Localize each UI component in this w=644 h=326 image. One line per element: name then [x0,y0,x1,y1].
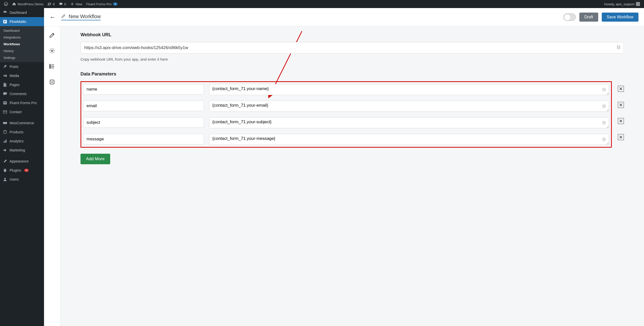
param-key-input[interactable] [83,101,204,111]
fluent-icon [3,100,8,105]
database-icon[interactable] [602,104,606,109]
svg-rect-15 [50,80,54,84]
svg-point-18 [603,88,605,89]
woo-icon [3,120,8,126]
new-link[interactable]: New [68,0,84,8]
fluent-count-badge: 1 [113,3,117,6]
svg-rect-8 [5,140,6,143]
avatar-icon [636,2,640,6]
svg-point-20 [603,121,605,122]
wp-admin-bar: WordPress Demo 6 0 New Fluent Forms Pro1… [0,0,644,8]
database-icon[interactable] [602,121,606,126]
settings-step-icon[interactable] [49,48,55,55]
home-icon [12,2,16,6]
svg-point-21 [603,138,605,139]
plus-icon [70,2,74,6]
menu-posts[interactable]: Posts [0,62,44,71]
workflow-header: ← New Workflow Draft Save Workflow [44,8,644,26]
plug-icon [3,168,8,173]
workflow-title: New Workflow [69,14,101,19]
menu-marketing[interactable]: Marketing [0,146,44,155]
param-key-input[interactable] [83,84,204,95]
submenu-workflows[interactable]: Workflows [0,41,44,48]
menu-media[interactable]: Media [0,71,44,80]
add-more-button[interactable]: Add More [80,154,110,164]
plugins-count-badge: 3 [24,169,29,172]
edit-step-icon[interactable] [49,32,55,40]
menu-fluent[interactable]: Fluent Forms Pro [0,98,44,107]
pencil-icon [61,14,66,19]
svg-rect-9 [6,140,7,143]
flowmattic-icon [3,19,8,24]
param-value-input[interactable] [209,117,609,128]
menu-appearance[interactable]: Appearance [0,157,44,166]
draft-button[interactable]: Draft [579,13,598,22]
remove-row-button[interactable] [618,118,624,124]
dashboard-icon [3,10,8,15]
menu-dashboard[interactable]: Dashboard [0,8,44,17]
new-label: New [76,2,82,6]
param-row [83,134,609,146]
svg-point-2 [4,75,5,76]
refresh-icon [47,2,51,6]
param-key-input[interactable] [83,134,204,144]
howdy-link[interactable]: Howdy, apix_support [602,0,642,8]
param-value-input[interactable] [209,101,609,112]
webhook-url-input[interactable] [80,42,624,54]
collapse-step-icon[interactable] [49,79,55,87]
svg-point-17 [617,46,620,47]
flowmattic-submenu: Dashboard Integrations Workflows History… [0,26,44,62]
menu-comments[interactable]: Comments [0,89,44,98]
menu-flowmattic[interactable]: FlowMattic [0,17,44,26]
wp-admin-sidebar: Dashboard FlowMattic Dashboard Integrati… [0,8,44,326]
submenu-dashboard[interactable]: Dashboard [0,27,44,34]
svg-rect-7 [4,141,4,143]
menu-plugins[interactable]: Plugins3 [0,166,44,175]
remove-row-button[interactable] [618,134,624,140]
fluent-link[interactable]: Fluent Forms Pro1 [84,0,120,8]
webhook-help-text: Copy webhook URL from your app, and ente… [80,57,624,61]
param-key-input[interactable] [83,117,204,128]
list-step-icon[interactable]: 123 [49,63,55,71]
database-icon[interactable] [616,45,621,51]
fluent-label: Fluent Forms Pro [86,2,111,6]
menu-pages[interactable]: Pages [0,80,44,89]
webhook-url-title: Webhook URL [80,32,624,37]
svg-rect-6 [3,122,7,124]
analytics-icon [3,139,8,144]
param-row [83,117,609,129]
save-workflow-button[interactable]: Save Workflow [602,13,638,22]
media-icon [3,73,8,78]
comments-link[interactable]: 0 [57,0,68,8]
menu-analytics[interactable]: Analytics [0,137,44,146]
megaphone-icon [3,148,8,153]
remove-row-button[interactable] [618,86,624,92]
remove-row-button[interactable] [618,102,624,108]
menu-contact[interactable]: Contact [0,107,44,116]
svg-rect-5 [4,103,6,103]
submenu-integrations[interactable]: Integrations [0,34,44,41]
submenu-settings[interactable]: Settings [0,54,44,61]
param-value-input[interactable] [209,134,609,145]
menu-users[interactable]: Users [0,175,44,184]
workflow-active-toggle[interactable] [563,13,576,21]
site-name: WordPress Demo [18,2,43,6]
svg-rect-4 [4,102,6,103]
back-arrow-button[interactable]: ← [50,14,56,21]
params-highlight-box [80,81,612,148]
menu-woo[interactable]: WooCommerce [0,118,44,128]
wp-logo[interactable] [2,0,10,8]
updates-link[interactable]: 6 [45,0,57,8]
site-name-link[interactable]: WordPress Demo [10,0,45,8]
submenu-history[interactable]: History [0,48,44,54]
param-value-input[interactable] [209,84,609,95]
svg-text:3: 3 [50,67,51,69]
data-parameters-title: Data Parameters [80,71,624,77]
workflow-title-edit[interactable]: New Workflow [61,14,101,20]
updates-count: 6 [53,2,55,6]
database-icon[interactable] [602,88,606,93]
database-icon[interactable] [602,137,606,142]
menu-products[interactable]: Products [0,128,44,137]
pages-icon [3,82,8,87]
param-row [83,101,609,113]
